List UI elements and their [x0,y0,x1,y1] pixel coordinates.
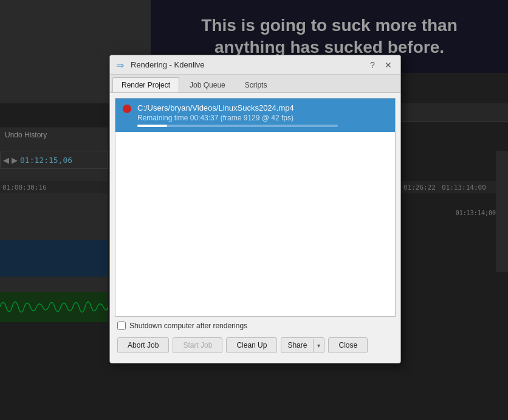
dialog-tabs: Render Project Job Queue Scripts [110,75,400,93]
abort-job-button[interactable]: Abort Job [117,337,169,353]
clean-up-button[interactable]: Clean Up [226,337,277,353]
dialog-titlebar: ⇒ Rendering - Kdenlive ? ✕ [110,55,400,75]
tab-job-queue[interactable]: Job Queue [180,77,235,92]
dialog-title-left: ⇒ Rendering - Kdenlive [116,60,204,71]
dialog-title-controls: ? ✕ [366,59,394,71]
close-window-button[interactable]: ✕ [382,59,394,71]
job-status-text: Remaining time 00:43:37 (frame 9129 @ 42… [137,114,388,122]
shutdown-checkbox[interactable] [117,322,126,330]
job-status-indicator [123,105,131,113]
shutdown-checkbox-label: Shutdown computer after renderings [129,322,247,330]
help-button[interactable]: ? [366,59,379,71]
dialog-buttons: Abort Job Start Job Clean Up Share ▾ Clo… [115,334,396,358]
job-list: C:/Users/bryan/Videos/LinuxSucks2024.mp4… [115,98,396,317]
job-item[interactable]: C:/Users/bryan/Videos/LinuxSucks2024.mp4… [115,98,395,132]
job-progress-bar [137,125,167,127]
job-info: C:/Users/bryan/Videos/LinuxSucks2024.mp4… [137,103,388,127]
close-dialog-button[interactable]: Close [328,337,368,353]
job-filename: C:/Users/bryan/Videos/LinuxSucks2024.mp4 [137,103,388,112]
tab-render-project[interactable]: Render Project [112,77,179,92]
dialog-title: Rendering - Kdenlive [131,60,204,69]
kdenlive-icon: ⇒ [116,60,127,71]
job-progress-container [137,125,338,127]
share-main-button[interactable]: Share [281,338,313,353]
checkbox-row: Shutdown computer after renderings [115,317,396,334]
share-button-group[interactable]: Share ▾ [281,337,324,353]
rendering-dialog: ⇒ Rendering - Kdenlive ? ✕ Render Projec… [109,55,401,363]
dialog-body: C:/Users/bryan/Videos/LinuxSucks2024.mp4… [110,93,400,363]
tab-scripts[interactable]: Scripts [236,77,276,92]
start-job-button[interactable]: Start Job [173,337,222,353]
share-dropdown-button[interactable]: ▾ [313,339,324,352]
